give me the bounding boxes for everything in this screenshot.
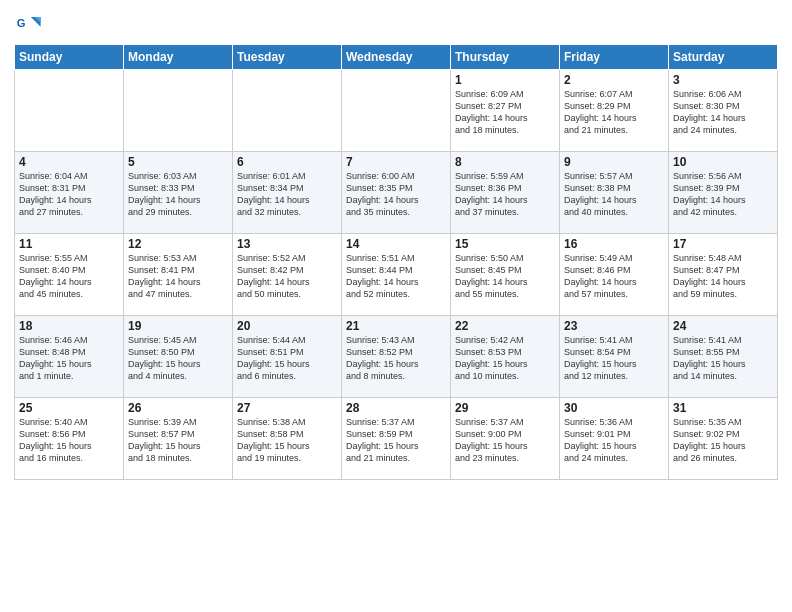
day-info: Sunrise: 5:41 AM Sunset: 8:55 PM Dayligh…: [673, 334, 773, 383]
day-cell: 5Sunrise: 6:03 AM Sunset: 8:33 PM Daylig…: [124, 152, 233, 234]
day-info: Sunrise: 5:42 AM Sunset: 8:53 PM Dayligh…: [455, 334, 555, 383]
day-cell: 24Sunrise: 5:41 AM Sunset: 8:55 PM Dayli…: [669, 316, 778, 398]
day-number: 18: [19, 319, 119, 333]
day-cell: 16Sunrise: 5:49 AM Sunset: 8:46 PM Dayli…: [560, 234, 669, 316]
day-header-thursday: Thursday: [451, 45, 560, 70]
day-info: Sunrise: 5:41 AM Sunset: 8:54 PM Dayligh…: [564, 334, 664, 383]
day-info: Sunrise: 5:50 AM Sunset: 8:45 PM Dayligh…: [455, 252, 555, 301]
day-cell: 14Sunrise: 5:51 AM Sunset: 8:44 PM Dayli…: [342, 234, 451, 316]
day-info: Sunrise: 6:04 AM Sunset: 8:31 PM Dayligh…: [19, 170, 119, 219]
day-number: 26: [128, 401, 228, 415]
day-number: 19: [128, 319, 228, 333]
day-number: 23: [564, 319, 664, 333]
day-number: 3: [673, 73, 773, 87]
day-cell: [15, 70, 124, 152]
day-cell: 12Sunrise: 5:53 AM Sunset: 8:41 PM Dayli…: [124, 234, 233, 316]
day-info: Sunrise: 5:48 AM Sunset: 8:47 PM Dayligh…: [673, 252, 773, 301]
day-number: 20: [237, 319, 337, 333]
day-info: Sunrise: 5:46 AM Sunset: 8:48 PM Dayligh…: [19, 334, 119, 383]
week-row-4: 18Sunrise: 5:46 AM Sunset: 8:48 PM Dayli…: [15, 316, 778, 398]
day-number: 10: [673, 155, 773, 169]
day-number: 11: [19, 237, 119, 251]
day-cell: [233, 70, 342, 152]
day-info: Sunrise: 6:01 AM Sunset: 8:34 PM Dayligh…: [237, 170, 337, 219]
day-cell: 28Sunrise: 5:37 AM Sunset: 8:59 PM Dayli…: [342, 398, 451, 480]
day-cell: 1Sunrise: 6:09 AM Sunset: 8:27 PM Daylig…: [451, 70, 560, 152]
day-cell: 22Sunrise: 5:42 AM Sunset: 8:53 PM Dayli…: [451, 316, 560, 398]
header: G: [14, 10, 778, 38]
day-number: 4: [19, 155, 119, 169]
day-info: Sunrise: 5:40 AM Sunset: 8:56 PM Dayligh…: [19, 416, 119, 465]
day-cell: 27Sunrise: 5:38 AM Sunset: 8:58 PM Dayli…: [233, 398, 342, 480]
day-number: 21: [346, 319, 446, 333]
day-info: Sunrise: 6:07 AM Sunset: 8:29 PM Dayligh…: [564, 88, 664, 137]
day-info: Sunrise: 5:53 AM Sunset: 8:41 PM Dayligh…: [128, 252, 228, 301]
day-info: Sunrise: 5:49 AM Sunset: 8:46 PM Dayligh…: [564, 252, 664, 301]
day-info: Sunrise: 5:39 AM Sunset: 8:57 PM Dayligh…: [128, 416, 228, 465]
week-row-3: 11Sunrise: 5:55 AM Sunset: 8:40 PM Dayli…: [15, 234, 778, 316]
week-row-5: 25Sunrise: 5:40 AM Sunset: 8:56 PM Dayli…: [15, 398, 778, 480]
week-row-2: 4Sunrise: 6:04 AM Sunset: 8:31 PM Daylig…: [15, 152, 778, 234]
day-header-friday: Friday: [560, 45, 669, 70]
day-info: Sunrise: 6:09 AM Sunset: 8:27 PM Dayligh…: [455, 88, 555, 137]
day-number: 9: [564, 155, 664, 169]
day-cell: 4Sunrise: 6:04 AM Sunset: 8:31 PM Daylig…: [15, 152, 124, 234]
day-info: Sunrise: 5:56 AM Sunset: 8:39 PM Dayligh…: [673, 170, 773, 219]
day-info: Sunrise: 5:45 AM Sunset: 8:50 PM Dayligh…: [128, 334, 228, 383]
day-number: 2: [564, 73, 664, 87]
day-info: Sunrise: 5:51 AM Sunset: 8:44 PM Dayligh…: [346, 252, 446, 301]
day-number: 5: [128, 155, 228, 169]
day-cell: 15Sunrise: 5:50 AM Sunset: 8:45 PM Dayli…: [451, 234, 560, 316]
day-number: 30: [564, 401, 664, 415]
day-info: Sunrise: 6:06 AM Sunset: 8:30 PM Dayligh…: [673, 88, 773, 137]
day-cell: [124, 70, 233, 152]
day-info: Sunrise: 5:57 AM Sunset: 8:38 PM Dayligh…: [564, 170, 664, 219]
svg-text:G: G: [17, 17, 26, 29]
day-cell: 11Sunrise: 5:55 AM Sunset: 8:40 PM Dayli…: [15, 234, 124, 316]
day-cell: 30Sunrise: 5:36 AM Sunset: 9:01 PM Dayli…: [560, 398, 669, 480]
day-number: 15: [455, 237, 555, 251]
day-info: Sunrise: 5:43 AM Sunset: 8:52 PM Dayligh…: [346, 334, 446, 383]
day-header-wednesday: Wednesday: [342, 45, 451, 70]
day-header-saturday: Saturday: [669, 45, 778, 70]
day-number: 1: [455, 73, 555, 87]
day-number: 6: [237, 155, 337, 169]
day-header-tuesday: Tuesday: [233, 45, 342, 70]
calendar-body: 1Sunrise: 6:09 AM Sunset: 8:27 PM Daylig…: [15, 70, 778, 480]
day-number: 7: [346, 155, 446, 169]
day-number: 17: [673, 237, 773, 251]
day-cell: 2Sunrise: 6:07 AM Sunset: 8:29 PM Daylig…: [560, 70, 669, 152]
day-cell: 26Sunrise: 5:39 AM Sunset: 8:57 PM Dayli…: [124, 398, 233, 480]
day-cell: 21Sunrise: 5:43 AM Sunset: 8:52 PM Dayli…: [342, 316, 451, 398]
day-cell: 8Sunrise: 5:59 AM Sunset: 8:36 PM Daylig…: [451, 152, 560, 234]
day-cell: 9Sunrise: 5:57 AM Sunset: 8:38 PM Daylig…: [560, 152, 669, 234]
day-number: 8: [455, 155, 555, 169]
day-info: Sunrise: 6:03 AM Sunset: 8:33 PM Dayligh…: [128, 170, 228, 219]
day-number: 22: [455, 319, 555, 333]
day-info: Sunrise: 5:35 AM Sunset: 9:02 PM Dayligh…: [673, 416, 773, 465]
day-info: Sunrise: 5:38 AM Sunset: 8:58 PM Dayligh…: [237, 416, 337, 465]
days-of-week-row: SundayMondayTuesdayWednesdayThursdayFrid…: [15, 45, 778, 70]
day-number: 14: [346, 237, 446, 251]
day-info: Sunrise: 5:52 AM Sunset: 8:42 PM Dayligh…: [237, 252, 337, 301]
day-info: Sunrise: 5:59 AM Sunset: 8:36 PM Dayligh…: [455, 170, 555, 219]
day-number: 12: [128, 237, 228, 251]
day-cell: 6Sunrise: 6:01 AM Sunset: 8:34 PM Daylig…: [233, 152, 342, 234]
day-cell: 3Sunrise: 6:06 AM Sunset: 8:30 PM Daylig…: [669, 70, 778, 152]
day-info: Sunrise: 5:37 AM Sunset: 9:00 PM Dayligh…: [455, 416, 555, 465]
day-cell: 20Sunrise: 5:44 AM Sunset: 8:51 PM Dayli…: [233, 316, 342, 398]
day-cell: 29Sunrise: 5:37 AM Sunset: 9:00 PM Dayli…: [451, 398, 560, 480]
calendar-header: SundayMondayTuesdayWednesdayThursdayFrid…: [15, 45, 778, 70]
day-number: 16: [564, 237, 664, 251]
day-cell: 7Sunrise: 6:00 AM Sunset: 8:35 PM Daylig…: [342, 152, 451, 234]
day-number: 13: [237, 237, 337, 251]
day-header-monday: Monday: [124, 45, 233, 70]
page: G SundayMondayTuesdayWednesdayThursdayFr…: [0, 0, 792, 612]
day-info: Sunrise: 6:00 AM Sunset: 8:35 PM Dayligh…: [346, 170, 446, 219]
day-cell: 13Sunrise: 5:52 AM Sunset: 8:42 PM Dayli…: [233, 234, 342, 316]
day-info: Sunrise: 5:55 AM Sunset: 8:40 PM Dayligh…: [19, 252, 119, 301]
calendar: SundayMondayTuesdayWednesdayThursdayFrid…: [14, 44, 778, 480]
day-cell: 17Sunrise: 5:48 AM Sunset: 8:47 PM Dayli…: [669, 234, 778, 316]
day-info: Sunrise: 5:36 AM Sunset: 9:01 PM Dayligh…: [564, 416, 664, 465]
day-cell: 18Sunrise: 5:46 AM Sunset: 8:48 PM Dayli…: [15, 316, 124, 398]
